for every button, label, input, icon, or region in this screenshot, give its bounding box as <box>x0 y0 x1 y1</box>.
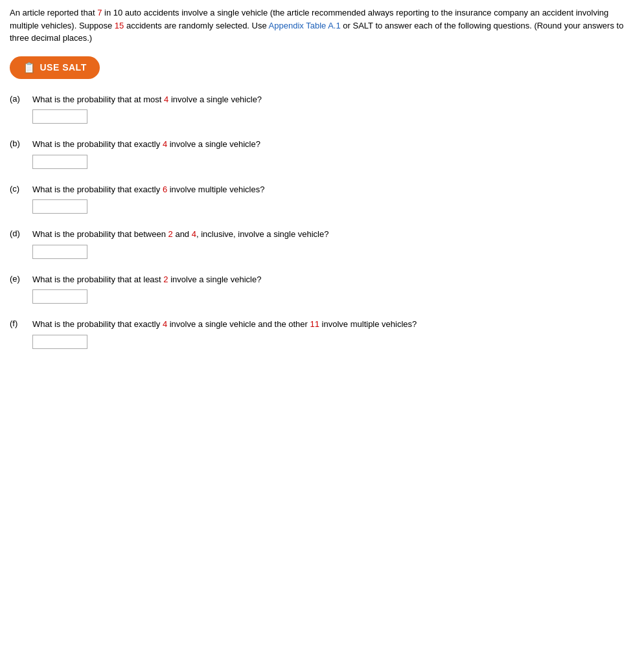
q-d-num2: 4 <box>192 229 196 239</box>
q-f-num2: 11 <box>310 319 319 329</box>
use-salt-button[interactable]: 📋 USE SALT <box>10 56 100 79</box>
question-d-label: (d) <box>10 228 32 238</box>
question-a-text: What is the probability that at most 4 i… <box>32 93 262 106</box>
question-c-input[interactable] <box>32 199 87 214</box>
q-a-text-after: involve a single vehicle? <box>168 95 262 104</box>
salt-icon: 📋 <box>23 62 36 74</box>
question-c-block: (c) What is the probability that exactly… <box>10 183 634 214</box>
question-f-content: What is the probability that exactly 4 i… <box>32 318 417 349</box>
question-b-block: (b) What is the probability that exactly… <box>10 138 634 169</box>
q-e-num: 2 <box>163 275 168 284</box>
question-f-block: (f) What is the probability that exactly… <box>10 318 634 349</box>
intro-text-before-7: An article reported that <box>10 8 97 17</box>
intro-num-15: 15 <box>115 21 124 30</box>
question-a-input[interactable] <box>32 109 87 124</box>
question-d-text: What is the probability that between 2 a… <box>32 228 328 241</box>
question-a-label: (a) <box>10 93 32 104</box>
question-c-content: What is the probability that exactly 6 i… <box>32 183 264 214</box>
question-f-text: What is the probability that exactly 4 i… <box>32 318 417 331</box>
question-a-content: What is the probability that at most 4 i… <box>32 93 262 124</box>
q-c-text-before: What is the probability that exactly <box>32 185 163 194</box>
question-d-input[interactable] <box>32 245 87 259</box>
q-f-text-after: involve multiple vehicles? <box>319 319 417 329</box>
question-e-text: What is the probability that at least 2 … <box>32 273 261 286</box>
question-d-content: What is the probability that between 2 a… <box>32 228 328 259</box>
q-d-text-mid: and <box>173 229 192 239</box>
q-f-text-before: What is the probability that exactly <box>32 319 163 329</box>
question-c-label: (c) <box>10 183 32 194</box>
q-b-text-before: What is the probability that exactly <box>32 139 163 149</box>
q-a-text-before: What is the probability that at most <box>32 95 164 104</box>
q-c-text-after: involve multiple vehicles? <box>167 185 264 194</box>
intro-paragraph: An article reported that 7 in 10 auto ac… <box>10 6 634 45</box>
q-e-text-before: What is the probability that at least <box>32 275 163 284</box>
question-f-input[interactable] <box>32 335 87 349</box>
question-b-label: (b) <box>10 138 32 148</box>
intro-text-after-15: accidents are randomly selected. Use <box>124 21 268 30</box>
question-e-block: (e) What is the probability that at leas… <box>10 273 634 304</box>
use-salt-label: USE SALT <box>40 62 87 73</box>
q-d-num1: 2 <box>168 229 173 239</box>
appendix-link[interactable]: Appendix Table A.1 <box>269 21 341 30</box>
q-d-text-after: , inclusive, involve a single vehicle? <box>196 229 329 239</box>
question-f-label: (f) <box>10 318 32 328</box>
question-b-content: What is the probability that exactly 4 i… <box>32 138 260 169</box>
q-e-text-after: involve a single vehicle? <box>168 275 262 284</box>
question-e-input[interactable] <box>32 289 87 304</box>
question-e-label: (e) <box>10 273 32 284</box>
q-f-text-mid: involve a single vehicle and the other <box>167 319 310 329</box>
question-e-content: What is the probability that at least 2 … <box>32 273 261 304</box>
question-b-input[interactable] <box>32 155 87 169</box>
question-d-block: (d) What is the probability that between… <box>10 228 634 259</box>
question-c-text: What is the probability that exactly 6 i… <box>32 183 264 196</box>
q-b-text-after: involve a single vehicle? <box>167 139 260 149</box>
question-b-text: What is the probability that exactly 4 i… <box>32 138 260 151</box>
q-d-text-before: What is the probability that between <box>32 229 168 239</box>
question-a-block: (a) What is the probability that at most… <box>10 93 634 124</box>
